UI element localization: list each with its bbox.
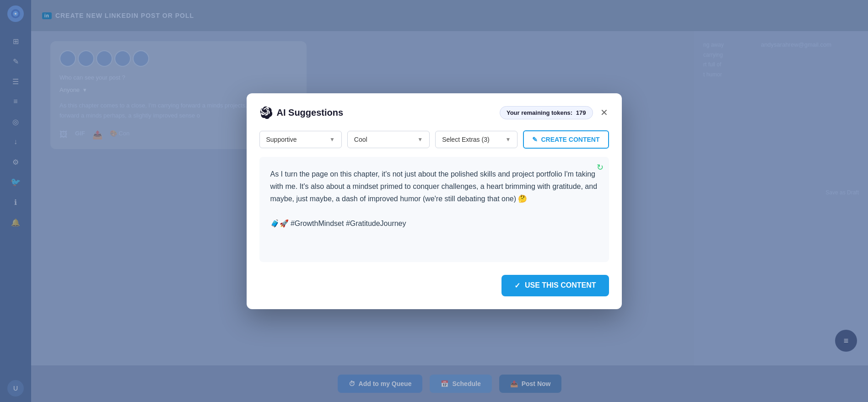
modal-title-group: AI Suggestions xyxy=(259,106,344,119)
modal-header: AI Suggestions Your remaining tokens: 17… xyxy=(259,106,609,119)
modal-header-right: Your remaining tokens: 179 ✕ xyxy=(500,106,609,119)
refresh-content-button[interactable]: ↻ xyxy=(597,162,604,172)
style-chevron-icon: ▼ xyxy=(417,136,423,143)
tokens-badge: Your remaining tokens: 179 xyxy=(500,106,593,119)
checkmark-icon: ✓ xyxy=(514,281,520,290)
tokens-value: 179 xyxy=(576,109,586,116)
modal-footer: ✓ USE THIS CONTENT xyxy=(259,275,609,296)
generated-content-text: As I turn the page on this chapter, it's… xyxy=(270,168,598,230)
use-content-label: USE THIS CONTENT xyxy=(525,281,596,289)
close-modal-button[interactable]: ✕ xyxy=(599,107,609,118)
tone-value: Supportive xyxy=(266,136,297,143)
modal-title-text: AI Suggestions xyxy=(277,107,344,118)
extras-value: Select Extras (3) xyxy=(442,136,489,143)
create-content-icon: ✎ xyxy=(532,136,538,143)
ai-suggestions-modal: AI Suggestions Your remaining tokens: 17… xyxy=(247,93,622,309)
modal-backdrop: AI Suggestions Your remaining tokens: 17… xyxy=(0,0,868,402)
tone-chevron-icon: ▼ xyxy=(329,136,335,143)
extras-dropdown[interactable]: Select Extras (3) ▼ xyxy=(435,131,518,148)
style-dropdown[interactable]: Cool ▼ xyxy=(347,131,430,148)
tone-dropdown[interactable]: Supportive ▼ xyxy=(259,131,342,148)
generated-content-box: ↻ As I turn the page on this chapter, it… xyxy=(259,157,609,262)
create-content-label: CREATE CONTENT xyxy=(541,136,599,143)
create-content-button[interactable]: ✎ CREATE CONTENT xyxy=(523,130,609,149)
options-row: Supportive ▼ Cool ▼ Select Extras (3) ▼ … xyxy=(259,130,609,149)
openai-icon xyxy=(259,106,272,119)
style-value: Cool xyxy=(354,136,367,143)
use-content-button[interactable]: ✓ USE THIS CONTENT xyxy=(501,275,609,296)
extras-chevron-icon: ▼ xyxy=(506,136,511,143)
tokens-label: Your remaining tokens: xyxy=(507,109,572,116)
